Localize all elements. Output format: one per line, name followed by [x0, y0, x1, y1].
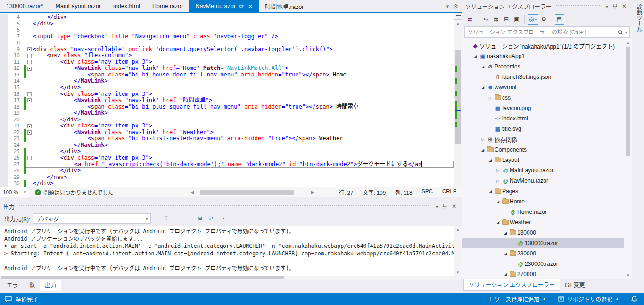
- explorer-tab-Git 変更[interactable]: Git 変更: [560, 279, 590, 290]
- eol-indicator[interactable]: CRLF: [442, 188, 456, 196]
- fold-margin[interactable]: [26, 34, 33, 40]
- pending-changes-filter-icon[interactable]: ◔▾: [481, 14, 490, 25]
- select-repository-button[interactable]: リポジトリの選択 ▲: [558, 295, 619, 303]
- output-panel-header[interactable]: 出力 ▾ ✕: [0, 201, 462, 212]
- panel-drag-grip[interactable]: [555, 5, 600, 8]
- tree-item-130000.razor[interactable]: @130000.razor: [462, 238, 624, 248]
- fold-margin[interactable]: [26, 85, 33, 91]
- scroll-right-icon[interactable]: ▶: [309, 190, 316, 195]
- breakpoint-margin[interactable]: [0, 27, 8, 34]
- code-line-7[interactable]: 7<input type="checkbox" title="Navigatio…: [0, 34, 454, 40]
- code-line-26[interactable]: 26 <div class="nav-item px-3">: [0, 155, 454, 161]
- breakpoint-margin[interactable]: [0, 104, 8, 110]
- tree-item-nakahakuApp111[interactable]: ◆ソリューション 'nakahakuApp1' (1/1 のプロジェクト): [462, 41, 624, 51]
- close-icon[interactable]: ✕: [449, 203, 459, 210]
- tree-collapsed-icon[interactable]: ▷: [495, 179, 501, 183]
- col-indicator[interactable]: 列: 118: [395, 188, 412, 196]
- tree-item-130000[interactable]: ◢130000: [462, 228, 624, 238]
- breakpoint-margin[interactable]: [0, 85, 8, 91]
- tree-expanded-icon[interactable]: ◢: [502, 272, 509, 277]
- breakpoint-margin[interactable]: [0, 148, 8, 155]
- breakpoint-margin[interactable]: [0, 161, 8, 168]
- fold-margin[interactable]: [26, 27, 33, 34]
- tree-item-title.svg[interactable]: ▦title.svg: [462, 124, 624, 134]
- tree-expanded-icon[interactable]: ◢: [479, 148, 486, 152]
- breakpoint-margin[interactable]: [0, 174, 8, 181]
- breakpoint-margin[interactable]: [0, 129, 8, 136]
- fold-collapse-icon[interactable]: [27, 47, 32, 51]
- zoom-level-select[interactable]: 100 % ▾: [0, 187, 29, 197]
- bottom-tab-出力[interactable]: 出力: [40, 280, 61, 291]
- tree-item-230000.razor[interactable]: @230000.razor: [462, 259, 624, 269]
- breakpoint-margin[interactable]: [0, 65, 8, 72]
- tree-item-Pages[interactable]: ◢Pages: [462, 186, 624, 196]
- fold-margin[interactable]: [26, 46, 33, 53]
- fold-margin[interactable]: [26, 97, 33, 104]
- fold-margin[interactable]: [26, 21, 33, 27]
- tree-collapsed-icon[interactable]: ▷: [495, 169, 501, 173]
- tree-expanded-icon[interactable]: ◢: [479, 65, 486, 69]
- code-line-21[interactable]: 21 <div class="nav-item px-3">: [0, 123, 454, 129]
- scroll-up-icon[interactable]: ▲: [454, 20, 462, 26]
- scrollbar-thumb[interactable]: [455, 50, 461, 144]
- doc-tab-index.html[interactable]: index.html: [107, 0, 146, 12]
- tree-item-Home[interactable]: ◢Home: [462, 196, 624, 207]
- pin-icon[interactable]: [440, 204, 449, 209]
- breakpoint-margin[interactable]: [0, 40, 8, 46]
- fold-margin[interactable]: [26, 14, 33, 21]
- fold-margin[interactable]: [26, 148, 33, 155]
- fold-margin[interactable]: [26, 142, 33, 149]
- code-line-11[interactable]: 11 <div class="nav-item px-3">: [0, 59, 454, 66]
- output-horizontal-scrollbar[interactable]: [0, 276, 462, 280]
- fold-margin[interactable]: [26, 129, 33, 136]
- breakpoint-margin[interactable]: [0, 168, 8, 174]
- chevron-down-icon[interactable]: ▾: [625, 30, 629, 34]
- tree-expanded-icon[interactable]: ◢: [487, 189, 494, 194]
- tree-item-270000[interactable]: ◢270000: [462, 269, 624, 279]
- fold-margin[interactable]: [26, 110, 33, 117]
- fold-collapse-icon[interactable]: [27, 130, 32, 135]
- fold-margin[interactable]: [26, 78, 33, 85]
- show-all-files-icon[interactable]: ▤: [555, 14, 564, 25]
- space-mode-indicator[interactable]: SPC: [421, 188, 433, 196]
- tree-vertical-scrollbar[interactable]: ▲ ▼: [625, 40, 632, 279]
- doc-tab-Home.razor[interactable]: Home.razor: [146, 0, 189, 12]
- notifications-bell-icon[interactable]: [631, 296, 637, 302]
- sync-with-active-document-icon[interactable]: ◎▾: [528, 14, 538, 25]
- code-line-12[interactable]: 12 <NavLink class="nav-link" href="Home"…: [0, 65, 454, 72]
- close-icon[interactable]: ✕: [619, 3, 629, 9]
- window-position-dropdown-icon[interactable]: ▾: [603, 4, 611, 9]
- fold-margin[interactable]: [26, 155, 33, 161]
- breakpoint-margin[interactable]: [0, 14, 8, 21]
- pin-icon[interactable]: [239, 4, 244, 8]
- breakpoint-margin[interactable]: [0, 142, 8, 149]
- tree-expanded-icon[interactable]: ◢: [479, 85, 486, 90]
- tree-item-launchSettings.json[interactable]: {}launchSettings.json: [462, 72, 624, 82]
- fold-collapse-icon[interactable]: [27, 98, 32, 102]
- close-icon[interactable]: ✕: [248, 3, 253, 10]
- tree-item-[interactable]: ▷⊞依存関係: [462, 134, 624, 144]
- fold-margin[interactable]: [26, 40, 33, 46]
- tree-expanded-icon[interactable]: ◢: [502, 231, 509, 235]
- fold-collapse-icon[interactable]: [27, 124, 32, 128]
- breakpoint-margin[interactable]: [0, 34, 8, 40]
- tree-expanded-icon[interactable]: ◢: [495, 200, 501, 204]
- doc-tab-MainLayout.razor[interactable]: MainLayout.razor: [50, 0, 107, 12]
- scrollbar-thumb[interactable]: [626, 47, 630, 156]
- fold-margin[interactable]: [26, 117, 33, 123]
- breakpoint-margin[interactable]: [0, 91, 8, 98]
- search-icon[interactable]: [616, 29, 625, 35]
- fold-collapse-icon[interactable]: [27, 67, 32, 71]
- fold-margin[interactable]: [26, 72, 33, 78]
- tree-item-css[interactable]: ▷css: [462, 93, 624, 103]
- fold-margin[interactable]: [26, 52, 33, 59]
- scroll-down-icon[interactable]: ▼: [625, 272, 632, 279]
- clear-all-icon[interactable]: ⊠: [195, 213, 205, 224]
- tree-expanded-icon[interactable]: ◢: [472, 54, 479, 59]
- solution-explorer-header[interactable]: ソリューション エクスプローラー ▾ ✕: [462, 0, 632, 12]
- tree-item-Home.razor[interactable]: @Home.razor: [462, 207, 624, 217]
- time-info-icon[interactable]: ◔: [217, 213, 228, 224]
- breakpoint-margin[interactable]: [0, 78, 8, 85]
- output-content[interactable]: Android アプリケーションを実行中です (デバッグは Android プロ…: [0, 226, 462, 276]
- tree-collapsed-icon[interactable]: ▷: [479, 137, 486, 142]
